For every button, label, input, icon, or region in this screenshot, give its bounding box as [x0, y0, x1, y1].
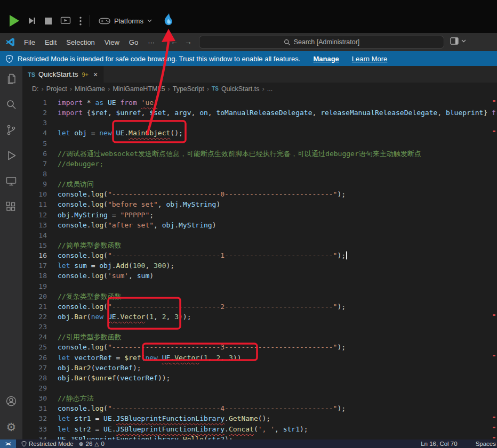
ts-file-icon: TS	[28, 71, 35, 78]
code-line[interactable]: 31console.log("-------------------------…	[22, 403, 497, 413]
code-line[interactable]: 33let str2 = UE.JSBlueprintFunctionLibra…	[22, 424, 497, 434]
learn-more-link[interactable]: Learn More	[352, 55, 387, 63]
overview-error-mark	[493, 355, 495, 356]
menu-selection[interactable]: Selection	[61, 38, 99, 46]
code-line[interactable]: 20//复杂类型参数函数	[22, 291, 497, 302]
code-line[interactable]: 4let obj = new UE.MainObject();	[22, 128, 497, 138]
launch-icon	[60, 17, 72, 26]
breadcrumb-item[interactable]: MiniGame	[75, 85, 105, 93]
problems-status[interactable]: ⊗ 26 △ 0	[79, 441, 105, 447]
sidebar-item-extensions[interactable]	[0, 194, 22, 219]
sidebar-item-explorer[interactable]	[0, 66, 22, 92]
code-text: //复杂类型参数函数	[58, 291, 122, 302]
nav-back-button[interactable]: ←	[171, 37, 178, 46]
puerts-hotreload-button[interactable]	[162, 13, 176, 29]
overview-error-mark	[493, 427, 495, 428]
breadcrumb: D:›Project›MiniGame›MiniGameHTML5›TypeSc…	[22, 83, 497, 95]
command-center-search[interactable]: Search [Administrator]	[199, 36, 444, 48]
code-line[interactable]: 30//静态方法	[22, 393, 497, 403]
breadcrumb-item[interactable]: ...	[267, 85, 272, 93]
menu-view[interactable]: View	[100, 38, 124, 46]
sidebar-item-search[interactable]	[0, 92, 22, 117]
menu-file[interactable]: File	[19, 38, 40, 46]
skip-frame-button[interactable]	[27, 16, 36, 26]
platforms-dropdown[interactable]: Platforms	[99, 17, 152, 25]
code-line[interactable]: 2import {$ref, $unref, $set, argv, on, t…	[22, 108, 497, 118]
code-text: import * as UE from 'ue'	[58, 97, 158, 108]
breadcrumb-item[interactable]: D:	[32, 85, 39, 93]
code-line[interactable]: 10console.log("-------------------------…	[22, 189, 497, 199]
code-line[interactable]: 19	[22, 281, 497, 291]
code-line[interactable]: 9//成员访问	[22, 179, 497, 189]
menu-more[interactable]: ···	[143, 38, 159, 46]
code-line[interactable]: 18console.log('sum', sum)	[22, 271, 497, 281]
sidebar-item-remote-explorer[interactable]	[0, 168, 22, 194]
code-line[interactable]: 34UE.JSBlueprintFunctionLibrary.Hello(st…	[22, 434, 497, 439]
code-line[interactable]: 27obj.Bar2(vectorRef);	[22, 363, 497, 373]
line-number: 31	[22, 403, 47, 413]
code-line[interactable]: 5	[22, 139, 497, 149]
code-line[interactable]: 11console.log("before set", obj.MyString…	[22, 199, 497, 209]
toolbar-more-button[interactable]	[79, 17, 82, 26]
editor[interactable]: 1import * as UE from 'ue'2import {$ref, …	[22, 95, 497, 439]
line-number: 16	[22, 250, 47, 260]
ue-toolbar: Platforms	[0, 0, 497, 33]
code-line[interactable]: 14	[22, 230, 497, 240]
breadcrumb-item[interactable]: Project	[46, 85, 67, 93]
nav-forward-button[interactable]: →	[185, 37, 192, 46]
code-line[interactable]: 24//引用类型参数函数	[22, 332, 497, 342]
menu-go[interactable]: Go	[124, 38, 143, 46]
code-line[interactable]: 3	[22, 118, 497, 128]
code-line[interactable]: 32let str1 = UE.JSBlueprintFunctionLibra…	[22, 413, 497, 423]
breadcrumb-item[interactable]: TypeScript	[173, 85, 204, 93]
line-number: 14	[22, 230, 47, 240]
code-line[interactable]: 12obj.MyString = "PPPPP";	[22, 210, 497, 220]
line-number: 26	[22, 353, 47, 363]
breadcrumb-item[interactable]: MiniGameHTML5	[113, 85, 165, 93]
code-line[interactable]: 29	[22, 383, 497, 393]
play-icon	[10, 15, 19, 27]
settings-button[interactable]: ⚙	[0, 414, 22, 439]
code-line[interactable]: 7//debugger;	[22, 159, 497, 169]
code-line[interactable]: 26let vectorRef = $ref(new UE.Vector(1, …	[22, 353, 497, 363]
tab-bar: TS QuickStart.ts 9+ ×	[22, 66, 497, 83]
code-text: let obj = new UE.MainObject();	[58, 128, 183, 138]
line-number: 8	[22, 169, 47, 179]
sidebar-item-run-debug[interactable]	[0, 143, 22, 168]
code-line[interactable]: 15//简单类型参数函数	[22, 240, 497, 250]
code-text: let vectorRef = $ref(new UE.Vector(1, 2,…	[58, 353, 241, 363]
line-number: 3	[22, 118, 47, 128]
code-line[interactable]: 13console.log("after set", obj.MyString)	[22, 220, 497, 230]
code-line[interactable]: 21console.log("-------------------------…	[22, 302, 497, 312]
breadcrumb-item[interactable]: QuickStart.ts	[221, 85, 260, 93]
code-line[interactable]: 17let sum = obj.Add(100, 300);	[22, 260, 497, 271]
restricted-mode-status[interactable]: Restricted Mode	[21, 441, 74, 447]
code-line[interactable]: 8	[22, 169, 497, 179]
close-icon[interactable]: ×	[93, 70, 98, 79]
account-button[interactable]	[0, 388, 22, 414]
code-text: console.log("after set", obj.MyString)	[58, 220, 216, 230]
code-line[interactable]: 28obj.Bar($unref(vectorRef));	[22, 373, 497, 383]
layout-icon	[450, 37, 459, 45]
code-line[interactable]: 1import * as UE from 'ue'	[22, 97, 497, 108]
code-line[interactable]: 22obj.Bar(new UE.Vector(1, 2, 3));	[22, 312, 497, 322]
menu-edit[interactable]: Edit	[40, 38, 61, 46]
stop-button[interactable]	[36, 18, 52, 25]
code-line[interactable]: 6//调试器通过websocket发送断点信息，可能断点生效前脚本已经执行完备，…	[22, 149, 497, 159]
line-number: 29	[22, 383, 47, 393]
launch-button[interactable]	[60, 17, 72, 26]
line-number: 28	[22, 373, 47, 383]
play-button[interactable]	[0, 15, 19, 27]
tab-quickstart[interactable]: TS QuickStart.ts 9+ ×	[22, 66, 103, 83]
sidebar-item-source-control[interactable]	[0, 117, 22, 143]
layout-customize-button[interactable]	[450, 37, 466, 45]
code-line[interactable]: 16console.log("-------------------------…	[22, 250, 497, 260]
manage-link[interactable]: Manage	[313, 55, 339, 63]
cursor-position-status[interactable]: Ln 16, Col 70	[421, 441, 457, 447]
line-number: 18	[22, 271, 47, 281]
code-line[interactable]: 25console.log("-------------------------…	[22, 342, 497, 352]
line-number: 19	[22, 281, 47, 291]
remote-indicator[interactable]: ><	[0, 439, 16, 448]
code-line[interactable]: 23	[22, 322, 497, 332]
indentation-status[interactable]: Spaces	[476, 441, 496, 447]
